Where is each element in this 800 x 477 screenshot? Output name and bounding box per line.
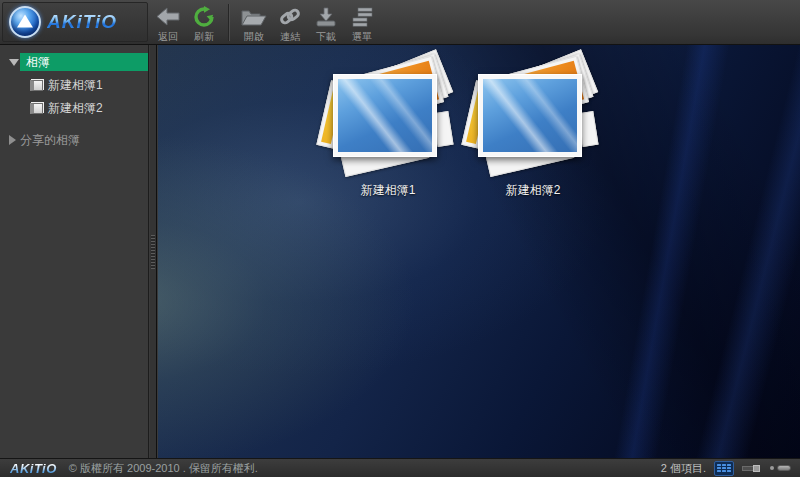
photo-stack-icon [468, 60, 598, 175]
chevron-right-icon[interactable] [9, 135, 16, 145]
sidebar: 相簿 新建相簿1 新建相簿2 分享的相簿 [0, 45, 149, 458]
album-mini-icon [30, 80, 43, 91]
album-canvas: 新建相簿1 新建相簿2 [158, 45, 800, 458]
app-window: AKiTiO 返回 刷新 [0, 0, 800, 477]
photo-stack-icon [323, 60, 453, 175]
akitio-badge-icon [9, 6, 41, 38]
toolbar-separator [228, 4, 230, 41]
link-label: 連結 [280, 30, 300, 44]
album-mini-icon [30, 103, 43, 114]
sidebar-item-albums-root[interactable]: 相簿 [0, 53, 148, 71]
toolbar: AKiTiO 返回 刷新 [0, 0, 800, 45]
statusbar-right: 2 個項目. [661, 461, 800, 476]
link-button[interactable]: 連結 [272, 0, 308, 45]
back-label: 返回 [158, 30, 178, 44]
album-tile-2[interactable]: 新建相簿2 [468, 60, 598, 205]
menu-label: 選單 [352, 30, 372, 44]
item-count: 2 個項目. [661, 461, 706, 476]
splitter-grip-icon[interactable] [151, 235, 155, 269]
open-folder-icon [240, 5, 268, 29]
app-logo: AKiTiO [2, 2, 148, 42]
toolbar-buttons: 返回 刷新 [150, 0, 380, 45]
size-slider-icon[interactable] [770, 463, 792, 473]
download-icon [314, 5, 338, 29]
open-label: 開啟 [244, 30, 264, 44]
shared-albums-label: 分享的相簿 [20, 132, 80, 149]
content-area: 相簿 新建相簿1 新建相簿2 分享的相簿 [0, 45, 800, 458]
albums-root-label: 相簿 [23, 54, 50, 71]
sidebar-item-album-1[interactable]: 新建相簿1 [0, 76, 148, 94]
link-icon [278, 5, 302, 29]
menu-icon [349, 5, 375, 29]
statusbar-logo-text: AKiTiO [10, 461, 57, 476]
refresh-icon [192, 5, 216, 29]
refresh-button[interactable]: 刷新 [186, 0, 222, 45]
sidebar-splitter[interactable] [150, 45, 157, 458]
download-button[interactable]: 下載 [308, 0, 344, 45]
album-tile-2-label: 新建相簿2 [468, 182, 598, 199]
chevron-down-icon[interactable] [9, 59, 19, 66]
album-tile-1-label: 新建相簿1 [323, 182, 453, 199]
back-button[interactable]: 返回 [150, 0, 186, 45]
status-bar: AKiTiO © 版權所有 2009-2010 . 保留所有權利. 2 個項目. [0, 458, 800, 477]
sidebar-item-shared-albums[interactable]: 分享的相簿 [0, 131, 148, 149]
list-view-icon[interactable] [742, 463, 762, 473]
app-logo-text: AKiTiO [47, 11, 117, 33]
refresh-label: 刷新 [194, 30, 214, 44]
copyright-text: © 版權所有 2009-2010 . 保留所有權利. [69, 461, 258, 476]
album-tile-1[interactable]: 新建相簿1 [323, 60, 453, 205]
open-button[interactable]: 開啟 [236, 0, 272, 45]
sidebar-item-album-2[interactable]: 新建相簿2 [0, 99, 148, 117]
grid-view-icon[interactable] [714, 461, 734, 476]
back-icon [155, 5, 181, 29]
download-label: 下載 [316, 30, 336, 44]
album-1-label: 新建相簿1 [48, 77, 103, 94]
album-2-label: 新建相簿2 [48, 100, 103, 117]
menu-button[interactable]: 選單 [344, 0, 380, 45]
